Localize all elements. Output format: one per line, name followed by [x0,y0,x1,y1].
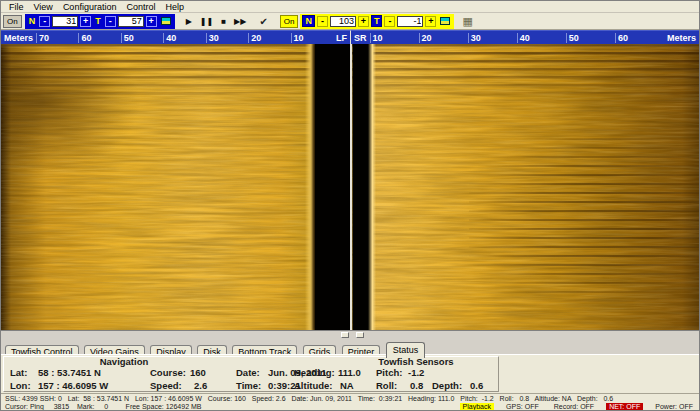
status-line-telemetry: SSL: 4399 SSH: 0 Lat: 58 : 53.7451 N Lon… [5,395,613,402]
port-gain-group: N - + T - + [25,14,175,29]
menu-configuration[interactable]: Configuration [58,2,122,12]
port-on-button[interactable]: On [3,15,22,28]
starboard-ruler-tick: 30 [468,33,517,43]
gps-status-badge: GPS: OFF [503,403,542,410]
starboard-sonar-display[interactable] [352,44,699,330]
port-ruler-lf-label: LF [333,33,350,43]
pause-icon[interactable]: ❚❚ [199,17,214,26]
net-status-badge: NET: OFF [606,403,643,410]
status-bar: SSL: 4399 SSH: 0 Lat: 58 : 53.7451 N Lon… [1,393,699,411]
depth-label: Depth: [432,380,462,391]
port-ruler-tick: 20 [248,33,290,43]
port-n-increment-button[interactable]: + [80,16,91,27]
starboard-gain-group: N - + T - + [300,14,454,29]
starboard-first-return-line [368,44,376,330]
pitch-value: -1.2 [408,367,424,378]
port-ruler-tick: 50 [121,33,163,43]
starboard-ruler-tick: 60 [615,33,664,43]
play-icon[interactable]: ▶ [185,17,193,26]
starboard-t-value-input[interactable] [397,16,423,27]
port-water-column [315,44,350,330]
starboard-ruler-tick: 40 [517,33,566,43]
menu-file[interactable]: File [4,2,29,12]
starboard-surface-return-band [352,44,699,108]
heading-label: Heading: [294,367,335,378]
starboard-ruler-units-label: Meters [664,33,699,43]
port-ruler-tick: 60 [78,33,120,43]
pitch-label: Pitch: [376,367,402,378]
roll-value: 0.8 [410,380,423,391]
port-ruler-tick: 10 [291,33,333,43]
starboard-t-increment-button[interactable]: + [425,16,436,27]
starboard-range-ruler: SR 10 20 30 40 50 60 Meters [351,30,699,44]
lat-value: 58 : 53.7451 N [38,367,101,378]
port-ruler-tick: 30 [206,33,248,43]
status-badges: Playback GPS: OFF Record: OFF NET: OFF P… [460,403,696,410]
port-dark-patch [1,54,141,174]
course-value: 160 [190,367,206,378]
lon-label: Lon: [10,380,31,391]
port-n-decrement-button[interactable]: - [39,16,50,27]
status-tab-panel: Navigation Towfish Sensors Lat: 58 : 53.… [1,354,699,393]
starboard-t-channel-label: T [371,15,383,27]
starboard-display-settings-button[interactable] [438,15,452,28]
port-t-channel-label: T [93,16,103,26]
starboard-t-decrement-button[interactable]: - [384,16,395,27]
roll-label: Roll: [376,380,397,391]
port-t-increment-button[interactable]: + [146,16,157,27]
port-t-decrement-button[interactable]: - [105,16,116,27]
port-range-ruler: Meters 70 60 50 40 30 20 10 LF [1,30,351,44]
status-line-cursor: Cursor: Ping 3815 Mark: 0 Free Space: 12… [5,403,201,410]
toolbar: On N - + T - + ▶ ❚❚ ■ ▶▶ ✔ On N - + T - [1,13,699,30]
control-tab-bar: Towfish Control Video Gains Display Disk… [1,338,699,354]
port-sonar-display[interactable] [1,44,350,330]
heading-value: 111.0 [338,367,361,378]
starboard-n-channel-label: N [302,15,315,27]
port-display-settings-button[interactable] [159,15,173,28]
playback-mode-badge: Playback [460,403,494,410]
app-window: File View Configuration Control Help On … [0,0,700,411]
altitude-value: NA [340,380,354,391]
starboard-ruler-tick: 50 [566,33,615,43]
lat-label: Lat: [10,367,27,378]
record-status-badge: Record: OFF [551,403,597,410]
port-n-value-input[interactable] [52,16,78,27]
fast-forward-icon[interactable]: ▶▶ [233,17,247,26]
port-t-value-input[interactable] [118,16,144,27]
time-label: Time: [236,380,261,391]
stop-icon[interactable]: ■ [220,17,227,26]
starboard-ruler-sr-label: SR [351,33,370,43]
menu-view[interactable]: View [29,2,58,12]
sonar-scroll-strip [1,330,699,338]
menu-control[interactable]: Control [121,2,160,12]
starboard-on-button[interactable]: On [280,15,299,28]
starboard-ruler-tick: 10 [370,33,419,43]
lon-value: 157 : 46.6095 W [38,380,108,391]
sonar-waterfall-area [1,44,699,330]
navigation-sensors-groupbox: Navigation Towfish Sensors Lat: 58 : 53.… [3,356,499,392]
starboard-n-value-input[interactable] [330,16,356,27]
altitude-label: Altitude: [294,380,333,391]
port-n-channel-label: N [27,16,38,26]
port-ruler-units-label: Meters [1,33,36,43]
range-rulers: Meters 70 60 50 40 30 20 10 LF SR 10 20 … [1,30,699,44]
starboard-water-column [353,44,369,330]
starboard-display-icon [440,17,450,25]
menu-help[interactable]: Help [160,2,189,12]
playback-controls: ▶ ❚❚ ■ ▶▶ [185,17,248,26]
power-status-badge: Power: OFF [652,403,696,410]
menu-bar: File View Configuration Control Help [1,1,699,13]
port-ruler-tick: 70 [36,33,78,43]
course-label: Course: [150,367,186,378]
speed-value: 2.6 [194,380,207,391]
starboard-dark-streaks [469,129,699,309]
port-ruler-tick: 40 [163,33,205,43]
depth-value: 0.6 [470,380,483,391]
starboard-n-decrement-button[interactable]: - [317,16,328,27]
apply-check-icon[interactable]: ✔ [259,16,267,27]
starboard-ruler-tick: 20 [419,33,468,43]
starboard-n-increment-button[interactable]: + [358,16,369,27]
tab-status[interactable]: Status [386,342,426,358]
grid-window-icon[interactable]: ▦ [462,16,472,27]
navigation-title: Navigation [64,356,184,367]
